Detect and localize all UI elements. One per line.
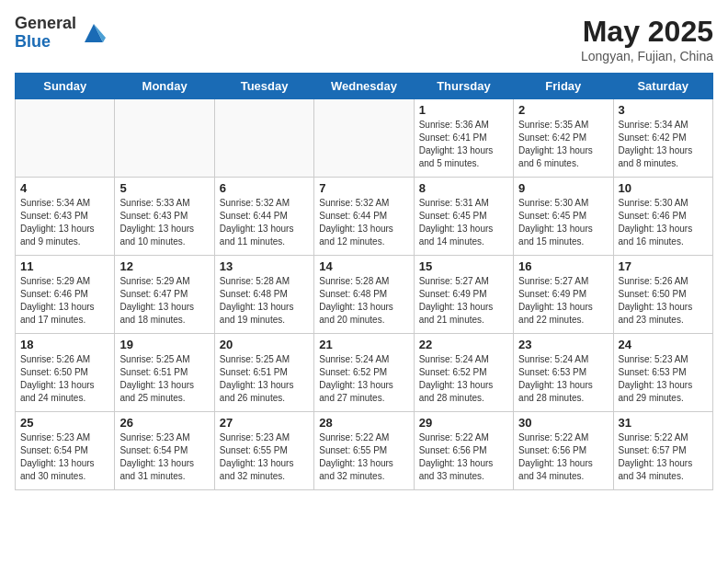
- day-info-text: Sunrise: 5:30 AM Sunset: 6:46 PM Dayligh…: [619, 197, 708, 248]
- calendar-day-cell: 16Sunrise: 5:27 AM Sunset: 6:49 PM Dayli…: [514, 256, 613, 334]
- day-info-text: Sunrise: 5:23 AM Sunset: 6:54 PM Dayligh…: [20, 431, 109, 483]
- day-info-text: Sunrise: 5:24 AM Sunset: 6:52 PM Dayligh…: [419, 353, 508, 405]
- calendar-day-cell: 1Sunrise: 5:36 AM Sunset: 6:41 PM Daylig…: [414, 99, 513, 178]
- day-number: 9: [518, 181, 608, 195]
- calendar-day-cell: 22Sunrise: 5:24 AM Sunset: 6:52 PM Dayli…: [414, 334, 513, 412]
- day-number: 18: [20, 338, 109, 351]
- calendar-day-cell: 20Sunrise: 5:25 AM Sunset: 6:51 PM Dayli…: [214, 334, 313, 412]
- day-of-week-header: Monday: [115, 74, 214, 99]
- day-number: 1: [419, 103, 508, 117]
- day-info-text: Sunrise: 5:24 AM Sunset: 6:52 PM Dayligh…: [319, 353, 408, 405]
- day-info-text: Sunrise: 5:29 AM Sunset: 6:47 PM Dayligh…: [119, 275, 209, 327]
- day-of-week-header: Friday: [514, 74, 613, 99]
- calendar-day-cell: 27Sunrise: 5:23 AM Sunset: 6:55 PM Dayli…: [214, 412, 313, 490]
- day-info-text: Sunrise: 5:27 AM Sunset: 6:49 PM Dayligh…: [419, 275, 508, 327]
- day-of-week-header: Sunday: [16, 74, 115, 99]
- day-number: 15: [419, 259, 508, 273]
- calendar-day-cell: 31Sunrise: 5:22 AM Sunset: 6:57 PM Dayli…: [613, 412, 712, 490]
- day-info-text: Sunrise: 5:33 AM Sunset: 6:43 PM Dayligh…: [119, 197, 209, 248]
- day-of-week-header: Wednesday: [314, 74, 414, 99]
- day-of-week-header: Thursday: [414, 74, 513, 99]
- calendar-day-cell: [16, 99, 115, 178]
- location-subtitle: Longyan, Fujian, China: [581, 49, 713, 63]
- calendar-day-cell: 7Sunrise: 5:32 AM Sunset: 6:44 PM Daylig…: [314, 178, 414, 256]
- day-of-week-header: Tuesday: [214, 74, 313, 99]
- day-info-text: Sunrise: 5:25 AM Sunset: 6:51 PM Dayligh…: [119, 353, 209, 405]
- day-number: 17: [619, 259, 708, 273]
- day-info-text: Sunrise: 5:32 AM Sunset: 6:44 PM Dayligh…: [319, 197, 408, 248]
- calendar-week-row: 4Sunrise: 5:34 AM Sunset: 6:43 PM Daylig…: [16, 178, 713, 256]
- day-number: 7: [319, 181, 408, 195]
- calendar-day-cell: 14Sunrise: 5:28 AM Sunset: 6:48 PM Dayli…: [314, 256, 414, 334]
- day-info-text: Sunrise: 5:30 AM Sunset: 6:45 PM Dayligh…: [518, 197, 608, 248]
- calendar-day-cell: 28Sunrise: 5:22 AM Sunset: 6:55 PM Dayli…: [314, 412, 414, 490]
- calendar-day-cell: 6Sunrise: 5:32 AM Sunset: 6:44 PM Daylig…: [214, 178, 313, 256]
- calendar-week-row: 25Sunrise: 5:23 AM Sunset: 6:54 PM Dayli…: [16, 412, 713, 490]
- calendar-week-row: 1Sunrise: 5:36 AM Sunset: 6:41 PM Daylig…: [16, 99, 713, 178]
- day-info-text: Sunrise: 5:34 AM Sunset: 6:42 PM Dayligh…: [619, 119, 708, 170]
- calendar-week-row: 18Sunrise: 5:26 AM Sunset: 6:50 PM Dayli…: [16, 334, 713, 412]
- day-number: 27: [220, 416, 309, 430]
- calendar-day-cell: 15Sunrise: 5:27 AM Sunset: 6:49 PM Dayli…: [414, 256, 513, 334]
- calendar-day-cell: 9Sunrise: 5:30 AM Sunset: 6:45 PM Daylig…: [514, 178, 613, 256]
- calendar-week-row: 11Sunrise: 5:29 AM Sunset: 6:46 PM Dayli…: [16, 256, 713, 334]
- day-info-text: Sunrise: 5:32 AM Sunset: 6:44 PM Dayligh…: [220, 197, 309, 248]
- day-info-text: Sunrise: 5:36 AM Sunset: 6:41 PM Dayligh…: [419, 119, 508, 170]
- calendar-header-row: SundayMondayTuesdayWednesdayThursdayFrid…: [16, 74, 713, 99]
- title-section: May 2025 Longyan, Fujian, China: [581, 15, 713, 63]
- logo: General Blue: [15, 15, 108, 52]
- logo-icon: [80, 19, 108, 47]
- day-info-text: Sunrise: 5:24 AM Sunset: 6:53 PM Dayligh…: [518, 353, 608, 405]
- day-info-text: Sunrise: 5:22 AM Sunset: 6:56 PM Dayligh…: [419, 431, 508, 483]
- calendar-day-cell: 25Sunrise: 5:23 AM Sunset: 6:54 PM Dayli…: [16, 412, 115, 490]
- day-number: 25: [20, 416, 109, 430]
- calendar-day-cell: [115, 99, 214, 178]
- day-number: 19: [119, 338, 209, 351]
- day-number: 8: [419, 181, 508, 195]
- day-info-text: Sunrise: 5:25 AM Sunset: 6:51 PM Dayligh…: [220, 353, 309, 405]
- day-number: 5: [119, 181, 209, 195]
- day-number: 6: [220, 181, 309, 195]
- calendar-day-cell: 4Sunrise: 5:34 AM Sunset: 6:43 PM Daylig…: [16, 178, 115, 256]
- day-info-text: Sunrise: 5:22 AM Sunset: 6:56 PM Dayligh…: [518, 431, 608, 483]
- day-info-text: Sunrise: 5:23 AM Sunset: 6:53 PM Dayligh…: [619, 353, 708, 405]
- calendar-table: SundayMondayTuesdayWednesdayThursdayFrid…: [15, 73, 713, 490]
- day-number: 4: [20, 181, 109, 195]
- day-number: 20: [220, 338, 309, 351]
- day-number: 11: [20, 259, 109, 273]
- calendar-day-cell: 18Sunrise: 5:26 AM Sunset: 6:50 PM Dayli…: [16, 334, 115, 412]
- calendar-day-cell: 29Sunrise: 5:22 AM Sunset: 6:56 PM Dayli…: [414, 412, 513, 490]
- day-info-text: Sunrise: 5:29 AM Sunset: 6:46 PM Dayligh…: [20, 275, 109, 327]
- calendar-day-cell: 11Sunrise: 5:29 AM Sunset: 6:46 PM Dayli…: [16, 256, 115, 334]
- day-info-text: Sunrise: 5:23 AM Sunset: 6:54 PM Dayligh…: [119, 431, 209, 483]
- calendar-day-cell: 30Sunrise: 5:22 AM Sunset: 6:56 PM Dayli…: [514, 412, 613, 490]
- day-info-text: Sunrise: 5:28 AM Sunset: 6:48 PM Dayligh…: [220, 275, 309, 327]
- page-header: General Blue May 2025 Longyan, Fujian, C…: [15, 15, 713, 63]
- day-number: 23: [518, 338, 608, 351]
- calendar-day-cell: 10Sunrise: 5:30 AM Sunset: 6:46 PM Dayli…: [613, 178, 712, 256]
- day-info-text: Sunrise: 5:23 AM Sunset: 6:55 PM Dayligh…: [220, 431, 309, 483]
- day-info-text: Sunrise: 5:22 AM Sunset: 6:57 PM Dayligh…: [619, 431, 708, 483]
- day-info-text: Sunrise: 5:28 AM Sunset: 6:48 PM Dayligh…: [319, 275, 408, 327]
- logo-blue-text: Blue: [15, 33, 76, 52]
- day-number: 14: [319, 259, 408, 273]
- calendar-day-cell: 19Sunrise: 5:25 AM Sunset: 6:51 PM Dayli…: [115, 334, 214, 412]
- day-number: 10: [619, 181, 708, 195]
- day-info-text: Sunrise: 5:34 AM Sunset: 6:43 PM Dayligh…: [20, 197, 109, 248]
- logo-general-text: General: [15, 15, 76, 33]
- day-number: 12: [119, 259, 209, 273]
- day-info-text: Sunrise: 5:26 AM Sunset: 6:50 PM Dayligh…: [20, 353, 109, 405]
- calendar-day-cell: 23Sunrise: 5:24 AM Sunset: 6:53 PM Dayli…: [514, 334, 613, 412]
- calendar-day-cell: 8Sunrise: 5:31 AM Sunset: 6:45 PM Daylig…: [414, 178, 513, 256]
- day-of-week-header: Saturday: [613, 74, 712, 99]
- calendar-day-cell: [214, 99, 313, 178]
- day-number: 21: [319, 338, 408, 351]
- calendar-day-cell: 26Sunrise: 5:23 AM Sunset: 6:54 PM Dayli…: [115, 412, 214, 490]
- day-number: 13: [220, 259, 309, 273]
- calendar-day-cell: 2Sunrise: 5:35 AM Sunset: 6:42 PM Daylig…: [514, 99, 613, 178]
- day-number: 3: [619, 103, 708, 117]
- day-number: 29: [419, 416, 508, 430]
- day-info-text: Sunrise: 5:26 AM Sunset: 6:50 PM Dayligh…: [619, 275, 708, 327]
- calendar-day-cell: 21Sunrise: 5:24 AM Sunset: 6:52 PM Dayli…: [314, 334, 414, 412]
- day-number: 26: [119, 416, 209, 430]
